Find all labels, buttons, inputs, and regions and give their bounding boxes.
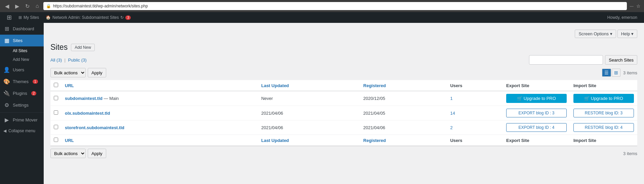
bulk-actions-bottom-row: Bulk actions Apply 3 items: [50, 149, 637, 158]
row-2-checkbox[interactable]: [54, 110, 58, 115]
sidebar-sub-item-add-new[interactable]: Add New: [0, 55, 44, 64]
sidebar-item-sites[interactable]: ▦ Sites: [0, 35, 44, 46]
home-button[interactable]: ⌂: [34, 2, 41, 10]
table-footer-registered[interactable]: Registered: [360, 135, 447, 146]
wp-logo[interactable]: ⊞: [3, 14, 15, 21]
table-header-registered[interactable]: Registered: [360, 80, 447, 91]
search-sites-button[interactable]: Search Sites: [605, 55, 637, 65]
back-button[interactable]: ◀: [3, 2, 11, 10]
table-footer-last-updated[interactable]: Last Updated: [258, 135, 360, 146]
row-last-updated-cell: Never: [258, 91, 360, 106]
restore-blog-button[interactable]: RESTORE blog ID: 4: [573, 123, 634, 132]
table-footer-users: Users: [447, 135, 503, 146]
more-icon[interactable]: ···: [630, 3, 634, 9]
page-title-row: Sites Add New: [50, 43, 637, 52]
home-icon: 🏠: [46, 15, 51, 20]
sidebar-item-settings[interactable]: ⚙ Settings: [0, 99, 44, 111]
collapse-icon: ◀: [3, 128, 6, 133]
select-all-checkbox-bottom[interactable]: [54, 138, 58, 142]
table-row: subdomaintest.tld — MainNever2020/12/051…: [50, 91, 637, 106]
last-updated-sort-link[interactable]: Last Updated: [261, 83, 289, 88]
row-last-updated-cell: 2021/04/06: [258, 106, 360, 120]
table-header-checkbox-col: [50, 80, 62, 91]
user-count-link[interactable]: 2: [450, 125, 452, 130]
table-header-export-site: Export Site: [503, 80, 570, 91]
table-footer-row: URL Last Updated Registered Users Export…: [50, 135, 637, 146]
table-header-url[interactable]: URL: [62, 80, 258, 91]
user-count-link[interactable]: 1: [450, 96, 452, 101]
browser-actions: ··· ☆: [630, 3, 641, 9]
row-1-checkbox[interactable]: [54, 96, 58, 100]
url-text: https://subdomaintest.tld/wp-admin/netwo…: [53, 4, 625, 8]
export-blog-button[interactable]: EXPORT blog ID : 4: [506, 123, 567, 132]
row-users-cell: 1: [447, 91, 503, 106]
add-new-button[interactable]: Add New: [71, 44, 95, 51]
site-url-link[interactable]: olx.subdomaintest.tld: [65, 111, 110, 116]
themes-icon: 🎨: [3, 78, 10, 85]
bulk-actions-bottom-select[interactable]: Bulk actions: [50, 149, 86, 158]
table-footer-export-site: Export Site: [503, 135, 570, 146]
row-export-cell: EXPORT blog ID : 3: [503, 106, 570, 120]
upgrade-to-pro-import-button[interactable]: 🛒 Upgrade to PRO: [573, 94, 634, 103]
bulk-apply-bottom-button[interactable]: Apply: [88, 149, 106, 158]
export-blog-button[interactable]: EXPORT blog ID : 3: [506, 109, 567, 117]
last-updated-sort-link-footer[interactable]: Last Updated: [261, 138, 289, 143]
table-footer-url[interactable]: URL: [62, 135, 258, 146]
table-row: olx.subdomaintest.tld2021/04/062021/04/0…: [50, 106, 637, 120]
url-sort-link[interactable]: URL: [65, 83, 74, 88]
collapse-menu-button[interactable]: ◀ Collapse menu: [0, 126, 44, 136]
site-url-link[interactable]: subdomaintest.tld: [65, 96, 103, 101]
bookmark-icon[interactable]: ☆: [636, 3, 641, 9]
restore-blog-button[interactable]: RESTORE blog ID: 3: [573, 109, 634, 117]
filter-all-link[interactable]: All (3): [50, 58, 63, 63]
list-view-button-top[interactable]: ☰: [602, 69, 611, 77]
row-checkbox-cell: [50, 106, 62, 120]
row-registered-cell: 2020/12/05: [360, 91, 447, 106]
user-count-link[interactable]: 14: [450, 111, 455, 116]
upgrade-to-pro-export-button[interactable]: 🛒 Upgrade to PRO: [506, 94, 567, 103]
refresh-button[interactable]: ↻: [24, 2, 31, 10]
select-all-checkbox-top[interactable]: [54, 83, 58, 87]
sidebar-item-prime-mover[interactable]: ▶ Prime Mover: [0, 114, 44, 126]
sites-icon: ▦: [3, 37, 10, 44]
sidebar-item-dashboard[interactable]: ⊞ Dashboard: [0, 23, 44, 35]
registered-sort-link[interactable]: Registered: [363, 83, 386, 88]
search-input[interactable]: [529, 55, 603, 65]
sidebar-sub-item-all-sites[interactable]: All Sites: [0, 46, 44, 55]
table-footer-import-site: Import Site: [570, 135, 637, 146]
updates-icon: ↻: [120, 15, 124, 20]
row-registered-cell: 2021/04/05: [360, 106, 447, 120]
sidebar-item-users[interactable]: 👤 Users: [0, 64, 44, 76]
row-url-cell: storefront.subdomaintest.tld: [62, 120, 258, 135]
browser-chrome: ◀ ▶ ↻ ⌂ 🔒 https://subdomaintest.tld/wp-a…: [0, 0, 644, 12]
items-count-bottom: 3 items: [623, 151, 637, 156]
bulk-row-right-top: ☰ ⊞ 3 items: [602, 69, 637, 77]
bulk-actions-top-row: Bulk actions Apply ☰ ⊞ 3 items: [50, 68, 637, 77]
howdy-text: Howdy, emerson: [604, 15, 641, 20]
row-3-checkbox[interactable]: [54, 125, 58, 129]
admin-bar-my-sites[interactable]: ⊞ My Sites: [15, 12, 42, 23]
table-header-row: URL Last Updated Registered Users Export…: [50, 80, 637, 91]
users-icon: 👤: [3, 67, 10, 73]
bulk-actions-top-select[interactable]: Bulk actions: [50, 68, 86, 77]
bulk-apply-top-button[interactable]: Apply: [88, 68, 106, 77]
url-sort-link-footer[interactable]: URL: [65, 138, 74, 143]
help-button[interactable]: Help ▾: [617, 30, 637, 38]
url-bar[interactable]: 🔒 https://subdomaintest.tld/wp-admin/net…: [43, 2, 627, 10]
registered-sort-link-footer[interactable]: Registered: [363, 138, 386, 143]
main-content: Screen Options ▾ Help ▾ Sites Add New Al…: [44, 23, 644, 184]
admin-bar-network-admin[interactable]: 🏠 Network Admin: Subdomaintest Sites ↻ 3: [42, 12, 134, 23]
filter-public-link[interactable]: Public (3): [68, 58, 87, 63]
table-header-last-updated[interactable]: Last Updated: [258, 80, 360, 91]
site-url-suffix: — Main: [103, 96, 119, 101]
sidebar-item-themes[interactable]: 🎨 Themes 1: [0, 76, 44, 87]
grid-view-button-top[interactable]: ⊞: [612, 69, 620, 77]
sidebar-item-plugins[interactable]: 🔌 Plugins 2: [0, 87, 44, 99]
sidebar: ⊞ Dashboard ▦ Sites All Sites Add New 👤 …: [0, 23, 44, 184]
site-url-link[interactable]: storefront.subdomaintest.tld: [65, 125, 124, 130]
plugins-icon: 🔌: [3, 90, 10, 97]
screen-options-button[interactable]: Screen Options ▾: [575, 30, 616, 38]
forward-button[interactable]: ▶: [13, 2, 21, 10]
top-bar: Screen Options ▾ Help ▾: [50, 30, 637, 38]
row-last-updated-cell: 2021/04/06: [258, 120, 360, 135]
